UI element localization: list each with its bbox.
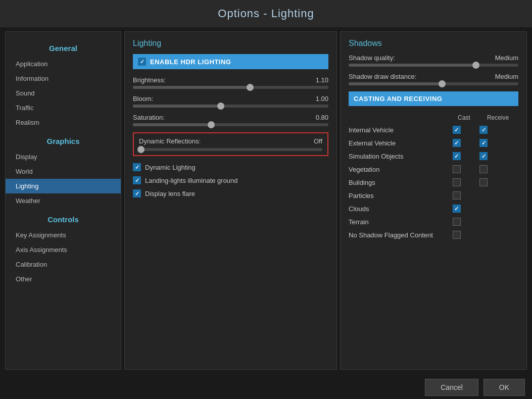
cast-box-8[interactable] [453, 231, 461, 239]
slider-value-1: 1.00 [316, 95, 328, 103]
slider-fill-1 [133, 105, 221, 108]
checkbox-1[interactable] [133, 176, 141, 184]
sidebar-item-sound[interactable]: Sound [6, 86, 121, 101]
shadow-draw-slider[interactable] [349, 82, 518, 85]
dynamic-reflections-value: Off [314, 137, 322, 145]
shadow-quality-thumb[interactable] [472, 62, 479, 69]
cast-checkbox-8[interactable] [451, 228, 478, 241]
checkbox-row-2: Display lens flare [133, 189, 328, 197]
slider-track-2[interactable] [133, 123, 328, 126]
cast-checkbox-2[interactable] [451, 149, 478, 163]
cast-box-0[interactable] [453, 126, 461, 134]
slider-fill-0 [133, 86, 250, 89]
cast-box-2[interactable] [453, 152, 461, 160]
hdr-checkbox[interactable] [138, 58, 146, 66]
cast-row-label-5: Particles [349, 189, 451, 202]
cast-checkbox-6[interactable] [451, 202, 478, 215]
cast-receive-row-1: External Vehicle [349, 136, 518, 149]
dynamic-reflections-box: Dynamic Reflections: Off [133, 132, 328, 156]
right-panel: Shadows Shadow quality: Medium Shadow dr… [340, 31, 527, 370]
sidebar-item-key-assignments[interactable]: Key Assignments [6, 228, 121, 242]
shadow-quality-label: Shadow quality: [349, 54, 395, 62]
page-title: Options - Lighting [218, 7, 314, 20]
cast-box-5[interactable] [453, 191, 461, 200]
receive-box-3[interactable] [479, 165, 488, 173]
shadow-draw-label: Shadow draw distance: [349, 73, 416, 80]
sidebar-item-weather[interactable]: Weather [6, 193, 121, 208]
cast-receive-row-6: Clouds [349, 202, 518, 215]
cast-box-4[interactable] [453, 178, 461, 186]
receive-checkbox-6[interactable] [477, 202, 518, 215]
sidebar-item-calibration[interactable]: Calibration [6, 257, 121, 272]
receive-checkbox-8[interactable] [477, 228, 518, 241]
sidebar-item-realism[interactable]: Realism [6, 115, 121, 130]
slider-thumb-0[interactable] [247, 84, 254, 91]
slider-track-0[interactable] [133, 86, 328, 89]
cast-box-3[interactable] [453, 165, 461, 173]
cast-checkbox-4[interactable] [451, 176, 478, 189]
sidebar-item-display[interactable]: Display [6, 149, 121, 164]
sidebar-item-traffic[interactable]: Traffic [6, 101, 121, 115]
slider-thumb-2[interactable] [208, 121, 215, 128]
cast-box-6[interactable] [453, 205, 461, 213]
dynamic-reflections-label: Dynamic Reflections: [139, 137, 201, 145]
receive-checkbox-4[interactable] [477, 176, 518, 189]
shadow-draw-thumb[interactable] [439, 80, 446, 87]
slider-value-0: 1.10 [316, 76, 328, 84]
shadow-draw-distance-row: Shadow draw distance: Medium [349, 73, 518, 85]
checkbox-label-0: Dynamic Lighting [145, 164, 196, 171]
middle-panel: Lighting ENABLE HDR LIGHTING Brightness:… [124, 31, 337, 370]
receive-checkbox-5[interactable] [477, 189, 518, 202]
shadow-quality-value: Medium [495, 54, 518, 62]
cast-receive-row-8: No Shadow Flagged Content [349, 228, 518, 241]
receive-header: Receive [477, 112, 518, 123]
cast-receive-row-4: Buildings [349, 176, 518, 189]
cast-checkbox-0[interactable] [451, 123, 478, 136]
slider-track-1[interactable] [133, 105, 328, 108]
receive-checkbox-1[interactable] [477, 136, 518, 149]
cast-receive-row-5: Particles [349, 189, 518, 202]
sidebar-item-other[interactable]: Other [6, 272, 121, 286]
receive-checkbox-0[interactable] [477, 123, 518, 136]
receive-box-4[interactable] [479, 178, 488, 186]
receive-box-2[interactable] [479, 152, 488, 160]
cast-checkbox-5[interactable] [451, 189, 478, 202]
receive-checkbox-3[interactable] [477, 163, 518, 176]
slider-label-1: Bloom: [133, 95, 153, 103]
checkbox-0[interactable] [133, 163, 141, 171]
sidebar-item-world[interactable]: World [6, 164, 121, 179]
cast-checkbox-7[interactable] [451, 215, 478, 228]
cast-checkbox-3[interactable] [451, 163, 478, 176]
cast-header: Cast [451, 112, 478, 123]
checkbox-row-1: Landing-lights illuminate ground [133, 176, 328, 184]
sidebar-item-information[interactable]: Information [6, 71, 121, 86]
shadow-draw-value: Medium [495, 73, 518, 80]
receive-box-1[interactable] [479, 139, 488, 147]
checkbox-2[interactable] [133, 189, 141, 197]
dynamic-reflections-thumb[interactable] [137, 146, 144, 153]
receive-box-0[interactable] [479, 126, 488, 134]
cast-row-label-1: External Vehicle [349, 136, 451, 149]
receive-checkbox-7[interactable] [477, 215, 518, 228]
slider-label-0: Brightness: [133, 76, 166, 84]
dynamic-reflections-slider[interactable] [139, 148, 322, 151]
cast-row-label-4: Buildings [349, 176, 451, 189]
sidebar-item-lighting[interactable]: Lighting [6, 179, 121, 193]
cast-box-1[interactable] [453, 139, 461, 147]
slider-label-2: Saturation: [133, 114, 165, 121]
cast-checkbox-1[interactable] [451, 136, 478, 149]
cast-row-label-3: Vegetation [349, 163, 451, 176]
cast-row-label-8: No Shadow Flagged Content [349, 228, 451, 241]
slider-thumb-1[interactable] [217, 103, 224, 110]
cast-box-7[interactable] [453, 218, 461, 226]
sidebar-item-axis-assignments[interactable]: Axis Assignments [6, 242, 121, 257]
cast-receive-row-0: Internal Vehicle [349, 123, 518, 136]
shadow-quality-slider[interactable] [349, 64, 518, 67]
cancel-button[interactable]: Cancel [425, 379, 478, 396]
sidebar-section-graphics: Graphics [6, 130, 121, 149]
sidebar-item-application[interactable]: Application [6, 57, 121, 71]
ok-button[interactable]: OK [483, 379, 525, 396]
slider-value-2: 0.80 [316, 114, 328, 121]
receive-checkbox-2[interactable] [477, 149, 518, 163]
slider-row-1: Bloom:1.00 [133, 95, 328, 108]
